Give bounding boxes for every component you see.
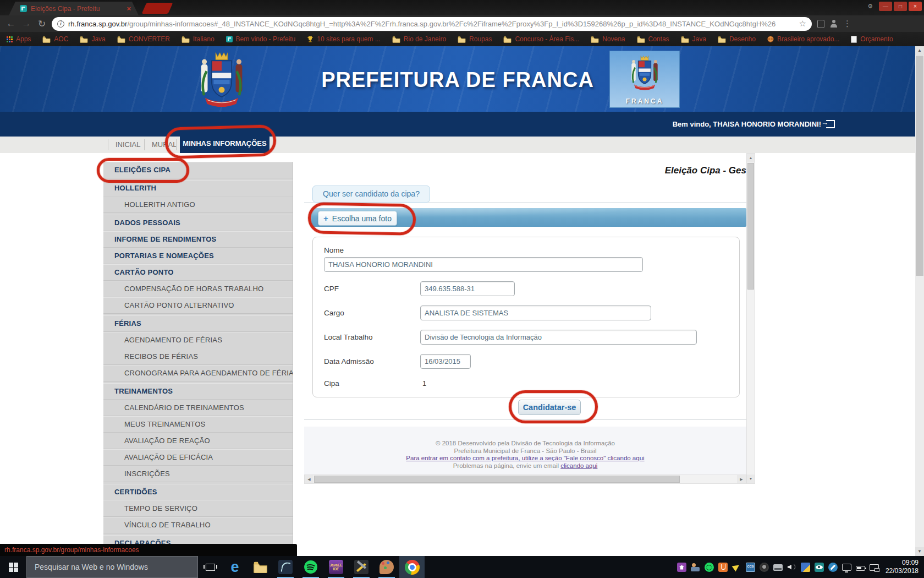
extension-icon[interactable] (817, 20, 824, 28)
tray-purple-app-icon[interactable] (677, 563, 686, 572)
bookmark-item[interactable]: Desenho (718, 35, 756, 43)
cargo-field[interactable] (420, 306, 651, 320)
tray-person-icon[interactable] (691, 563, 700, 572)
bookmark-apps[interactable]: Apps (7, 35, 31, 43)
taskbar-app-sql-tool[interactable] (273, 556, 298, 578)
sidebar-item-meus-treinamentos[interactable]: MEUS TREINAMENTOS (103, 416, 293, 433)
scroll-right-icon[interactable]: ▶ (737, 475, 746, 483)
sidebar-item-calendario-treinamentos[interactable]: CALENDÁRIO DE TREINAMENTOS (103, 400, 293, 416)
browser-tab[interactable]: Eleições Cipa - Prefeitu × (9, 2, 139, 15)
reload-icon[interactable]: ↻ (34, 18, 50, 30)
tray-battery-icon[interactable] (856, 566, 865, 571)
bookmark-item[interactable]: Java (80, 35, 105, 43)
taskbar-app-spotify[interactable] (298, 556, 323, 578)
tab-inicial[interactable]: INICIAL (116, 137, 141, 153)
tray-java-icon[interactable] (718, 563, 728, 572)
tray-volume-icon[interactable] (787, 563, 796, 572)
taskbar-app-chrome[interactable] (399, 556, 425, 578)
sidebar-item-recibos-ferias[interactable]: RECIBOS DE FÉRIAS (103, 348, 293, 365)
logout-icon[interactable]: → (826, 120, 835, 128)
taskbar-app-edge[interactable]: e (222, 556, 248, 578)
sidebar-item-certidoes[interactable]: CERTIDÕES (103, 484, 293, 500)
sidebar-item-inscricoes[interactable]: INSCRIÇÕES (103, 466, 293, 482)
bookmark-item[interactable]: 10 sites para quem ... (307, 35, 380, 43)
bookmark-star-icon[interactable]: ☆ (799, 19, 806, 29)
tray-speaker-icon[interactable] (760, 563, 769, 572)
chrome-menu-icon[interactable]: ⋮ (843, 19, 851, 29)
scroll-up-icon[interactable]: ▲ (747, 154, 755, 162)
bookmark-item[interactable]: Novena (591, 35, 625, 43)
taskbar-search-input[interactable]: Pesquisar na Web e no Windows (26, 556, 198, 578)
tray-document-icon[interactable] (801, 563, 810, 572)
bookmark-item[interactable]: Orçamento (851, 35, 893, 43)
browser-scroll-up-icon[interactable]: ▲ (915, 46, 924, 55)
page-info-icon[interactable]: i (57, 20, 64, 28)
bookmark-item[interactable]: CONVERTER (117, 35, 170, 43)
taskbar-app-paint[interactable] (374, 556, 399, 578)
task-view-button[interactable] (198, 556, 222, 578)
tray-monitor-icon[interactable] (842, 564, 851, 571)
sidebar-item-avaliacao-reacao[interactable]: AVALIAÇÃO DE REAÇÃO (103, 433, 293, 449)
bookmark-item[interactable]: AOC (42, 35, 68, 43)
fale-conosco-link[interactable]: Para entrar em contato com a prefeitura,… (406, 455, 644, 461)
browser-scroll-down-icon[interactable]: ▼ (915, 547, 924, 556)
taskbar-clock[interactable]: 09:09 22/03/2018 (886, 559, 919, 575)
tab-close-icon[interactable]: × (127, 4, 131, 13)
email-link[interactable]: clicando aqui (560, 462, 597, 469)
window-minimize-button[interactable]: — (879, 2, 892, 11)
sidebar-item-cartao-alternativo[interactable]: CARTÃO PONTO ALTERNATIVO (103, 297, 293, 314)
tray-spotify-icon[interactable] (705, 563, 714, 572)
bookmark-item[interactable]: Roupas (458, 35, 492, 43)
bookmark-item[interactable]: Java (681, 35, 706, 43)
tray-arrow-icon[interactable] (732, 563, 741, 572)
sidebar-item-dados-pessoais[interactable]: DADOS PESSOAIS (103, 215, 293, 231)
local-trabalho-field[interactable] (420, 330, 697, 345)
taskbar-app-devtools[interactable] (349, 556, 374, 578)
bookmark-item[interactable]: Rio de Janeiro (392, 35, 446, 43)
tray-drive-icon[interactable] (773, 564, 783, 571)
horizontal-scroll-thumb[interactable] (314, 476, 680, 483)
window-maximize-button[interactable]: □ (894, 2, 907, 11)
sidebar-item-avaliacao-eficacia[interactable]: AVALIAÇÃO DE EFICÁCIA (103, 449, 293, 466)
tray-network-icon[interactable] (870, 564, 879, 571)
horizontal-scrollbar[interactable]: ◀ ▶ (304, 475, 746, 484)
data-admissao-field[interactable] (420, 354, 471, 369)
browser-scroll-thumb[interactable] (916, 56, 923, 276)
tray-settings-icon[interactable] (828, 563, 838, 572)
sidebar-item-treinamentos[interactable]: TREINAMENTOS (103, 383, 293, 400)
back-icon[interactable]: ← (3, 18, 19, 29)
cpf-field[interactable] (420, 281, 515, 296)
tray-eye-icon[interactable] (815, 563, 824, 572)
sidebar-item-hollerith-antigo[interactable]: HOLLERITH ANTIGO (103, 197, 293, 213)
bookmark-item[interactable]: Bem vindo - Prefeitu (226, 35, 296, 43)
candidate-section-tab[interactable]: Quer ser candidato da cipa? (312, 186, 430, 203)
sidebar-item-ferias[interactable]: FÉRIAS (103, 315, 293, 332)
sidebar-item-cronograma-ferias[interactable]: CRONOGRAMA PARA AGENDAMENTO DE FÉRIAS (103, 365, 293, 381)
sidebar-item-compensacao[interactable]: COMPENSAÇÃO DE HORAS TRABALHO (103, 281, 293, 297)
sidebar-item-tempo-servico[interactable]: TEMPO DE SERVIÇO (103, 500, 293, 517)
bookmark-item[interactable]: Brasileiro aprovado... (767, 35, 839, 43)
bookmark-item[interactable]: Concurso - Área Fis... (503, 35, 579, 43)
start-button[interactable] (0, 556, 26, 578)
sidebar-item-informe-rendimentos[interactable]: INFORME DE RENDIMENTOS (103, 231, 293, 248)
scroll-left-icon[interactable]: ◀ (305, 475, 314, 483)
taskbar-app-explorer[interactable] (248, 556, 273, 578)
url-bar[interactable]: i rh.franca.sp.gov.br /group/minhas-info… (52, 17, 812, 31)
browser-settings-icon[interactable]: ⚙ (867, 3, 873, 10)
new-tab-button[interactable] (142, 3, 173, 14)
sidebar-item-portarias[interactable]: PORTARIAS E NOMEAÇÕES (103, 248, 293, 264)
bookmark-item[interactable]: Italiano (182, 35, 215, 43)
vertical-scroll-thumb[interactable] (747, 163, 754, 290)
sidebar-item-agendamento-ferias[interactable]: AGENDAMENTO DE FÉRIAS (103, 332, 293, 348)
nome-field[interactable] (324, 257, 643, 272)
scroll-down-icon[interactable]: ▼ (747, 475, 755, 483)
forward-icon[interactable]: → (19, 18, 34, 29)
sidebar-item-vinculo-trabalho[interactable]: VÍNCULO DE TRABALHO (103, 517, 293, 533)
bookmark-item[interactable]: Contas (637, 35, 669, 43)
vertical-scrollbar[interactable]: ▲ ▼ (746, 153, 755, 484)
browser-scrollbar[interactable]: ▲ ▼ (915, 46, 924, 556)
sidebar-item-cartao-ponto[interactable]: CARTÃO PONTO (103, 264, 293, 281)
window-close-button[interactable]: × (909, 2, 922, 11)
profile-icon[interactable] (830, 20, 838, 28)
tray-ccb-icon[interactable]: CCB (746, 563, 755, 572)
